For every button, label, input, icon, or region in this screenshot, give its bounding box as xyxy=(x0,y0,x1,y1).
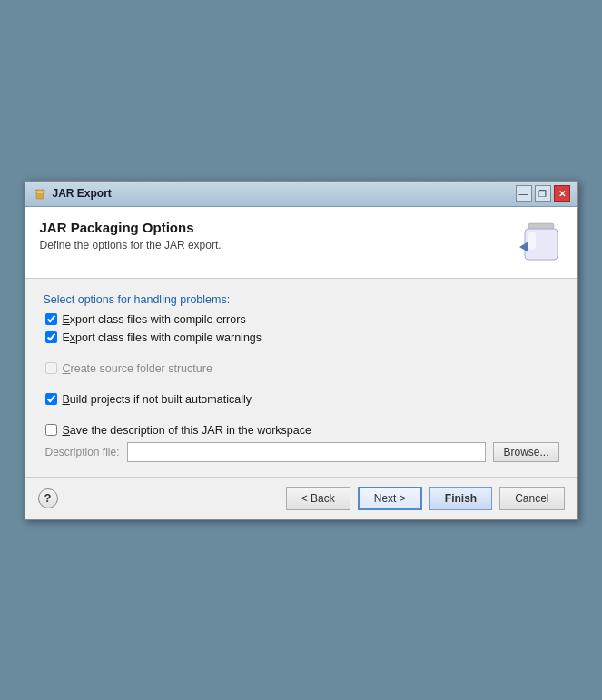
title-bar-controls: — ❐ ✕ xyxy=(516,185,570,202)
spacer-2 xyxy=(44,380,559,393)
close-button[interactable]: ✕ xyxy=(554,185,570,202)
title-bar-left: JAR Export xyxy=(33,186,112,201)
dialog-header: JAR Packaging Options Define the options… xyxy=(25,207,577,279)
back-button[interactable]: < Back xyxy=(286,487,350,510)
header-subtitle: Define the options for the JAR export. xyxy=(40,239,222,251)
cancel-button[interactable]: Cancel xyxy=(499,487,564,510)
checkbox-compile-errors-label[interactable]: Export class files with compile errors xyxy=(63,313,246,326)
section-label: Select options for handling problems: xyxy=(44,293,559,306)
footer-left: ? xyxy=(38,488,58,508)
checkbox-compile-errors[interactable] xyxy=(45,313,57,325)
description-file-input[interactable] xyxy=(127,442,487,462)
browse-button[interactable]: Browse... xyxy=(493,442,558,462)
checkbox-save-description-row: Save the description of this JAR in the … xyxy=(44,424,559,437)
title-bar: JAR Export — ❐ ✕ xyxy=(25,182,577,207)
checkbox-build-projects-row: Build projects if not built automaticall… xyxy=(44,393,559,406)
spacer-3 xyxy=(44,411,559,424)
svg-rect-4 xyxy=(528,223,554,229)
header-title: JAR Packaging Options xyxy=(40,220,222,235)
checkbox-source-folder-label: Create source folder structure xyxy=(63,362,212,375)
checkbox-compile-warnings-label[interactable]: Export class files with compile warnings xyxy=(63,331,262,344)
next-button[interactable]: Next > xyxy=(358,487,422,510)
dialog-title: JAR Export xyxy=(53,187,112,200)
spacer-1 xyxy=(44,350,559,362)
checkbox-source-folder-row: Create source folder structure xyxy=(44,362,559,375)
dialog-body: Select options for handling problems: Ex… xyxy=(25,279,577,477)
jar-export-dialog: JAR Export — ❐ ✕ JAR Packaging Options D… xyxy=(25,181,578,520)
description-file-row: Description file: Browse... xyxy=(44,442,559,462)
minimize-button[interactable]: — xyxy=(516,185,532,202)
svg-rect-6 xyxy=(528,232,536,250)
checkbox-compile-warnings-row: Export class files with compile warnings xyxy=(44,331,559,344)
jar-title-icon xyxy=(33,186,47,201)
svg-marker-7 xyxy=(519,242,528,252)
help-button[interactable]: ? xyxy=(38,488,58,508)
checkbox-build-projects-label[interactable]: Build projects if not built automaticall… xyxy=(63,393,252,406)
checkbox-source-folder[interactable] xyxy=(45,362,57,374)
description-file-label: Description file: xyxy=(45,446,120,458)
restore-button[interactable]: ❐ xyxy=(535,185,551,202)
checkbox-build-projects[interactable] xyxy=(45,393,57,405)
jar-image-icon xyxy=(519,220,563,267)
finish-button[interactable]: Finish xyxy=(429,487,492,510)
header-text: JAR Packaging Options Define the options… xyxy=(40,220,222,251)
checkbox-compile-errors-row: Export class files with compile errors xyxy=(44,313,559,326)
checkbox-save-description-label[interactable]: Save the description of this JAR in the … xyxy=(63,424,311,437)
svg-rect-3 xyxy=(37,192,43,193)
dialog-footer: ? < Back Next > Finish Cancel xyxy=(25,477,577,519)
checkbox-save-description[interactable] xyxy=(45,424,57,436)
footer-right: < Back Next > Finish Cancel xyxy=(286,487,565,510)
checkbox-compile-warnings[interactable] xyxy=(45,331,57,343)
